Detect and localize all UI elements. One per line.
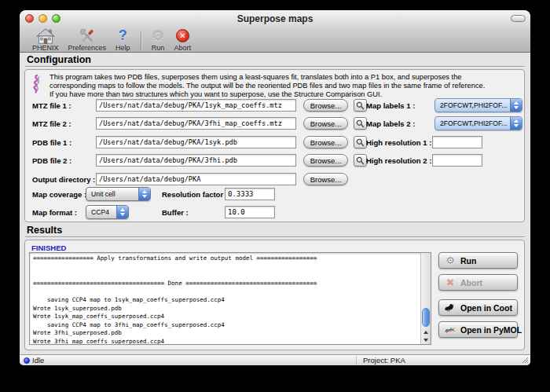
mtz-file-1-input[interactable] bbox=[96, 99, 296, 112]
high-resolution-2-input[interactable] bbox=[432, 154, 482, 167]
pdb-file-1-row: PDB file 1 : Browse... High resolution 1… bbox=[25, 136, 524, 149]
search-icon bbox=[356, 138, 365, 147]
dropdown-value: 2FOFCWT,PHI2FOF... bbox=[435, 119, 510, 127]
pymol-scribble-icon bbox=[444, 324, 456, 335]
status-badge: FINISHED bbox=[31, 244, 66, 252]
abort-x-icon: ✖ bbox=[444, 277, 456, 288]
map-format-dropdown[interactable]: CCP4 bbox=[86, 205, 129, 219]
map-coverage-row: Map coverage : Unit cell Resolution fact… bbox=[25, 188, 524, 201]
superpose-maps-window: Superpose maps PHENIX bbox=[20, 10, 530, 365]
title-bar[interactable]: Superpose maps bbox=[20, 10, 530, 27]
search-icon bbox=[356, 101, 365, 110]
toolbar-separator bbox=[141, 31, 141, 51]
log-console: ================= Apply transformations … bbox=[29, 252, 431, 345]
pdb-file-1-input[interactable] bbox=[96, 136, 296, 148]
resize-grip[interactable] bbox=[522, 357, 529, 364]
mtz-file-2-row: MTZ file 2 : Browse... Map labels 2 : 2F… bbox=[25, 117, 524, 130]
toolbar-help-button[interactable]: ? Help bbox=[111, 27, 135, 53]
field-label: Map labels 1 : bbox=[366, 101, 415, 110]
toolbar-toggle-button[interactable] bbox=[511, 15, 526, 22]
field-label: Buffer : bbox=[162, 208, 189, 217]
status-led-icon bbox=[24, 357, 30, 364]
toolbar-preferences-button[interactable]: Preferences bbox=[64, 27, 112, 53]
browse-button[interactable]: Browse... bbox=[303, 154, 348, 167]
field-label: PDB file 2 : bbox=[32, 156, 72, 165]
map-labels-2-dropdown[interactable]: 2FOFCWT,PHI2FOF... bbox=[434, 116, 522, 130]
popup-stepper-icon bbox=[510, 99, 522, 112]
field-label: Output directory : bbox=[32, 175, 95, 184]
toolbar-item-label: Preferences bbox=[68, 44, 107, 53]
output-directory-row: Output directory : Browse... bbox=[25, 173, 524, 186]
abort-button: ✖ Abort bbox=[438, 274, 518, 291]
dropdown-value: CCP4 bbox=[86, 208, 116, 216]
popup-stepper-icon bbox=[510, 117, 522, 130]
browse-button[interactable]: Browse... bbox=[303, 99, 348, 112]
output-directory-input[interactable] bbox=[96, 173, 296, 185]
scrollbar-thumb[interactable] bbox=[422, 308, 430, 327]
toolbar-item-label: PHENIX bbox=[32, 44, 59, 53]
console-scrollbar[interactable] bbox=[420, 253, 431, 344]
scroll-up-button[interactable] bbox=[421, 328, 431, 336]
main-content: Configuration This program takes two PDB… bbox=[20, 53, 530, 354]
map-labels-1-dropdown[interactable]: 2FOFCWT,PHI2FOF... bbox=[434, 98, 522, 112]
toolbar-abort-button[interactable]: ✕ Abort bbox=[170, 27, 196, 53]
toolbar-item-label: Help bbox=[116, 44, 130, 53]
inspect-file-button[interactable] bbox=[354, 117, 367, 130]
browse-button[interactable]: Browse... bbox=[303, 117, 348, 130]
inspect-file-button[interactable] bbox=[354, 99, 367, 112]
program-description: This program takes two PDB files, superp… bbox=[50, 73, 519, 99]
field-label: Resolution factor : bbox=[162, 190, 228, 199]
popup-stepper-icon bbox=[138, 188, 150, 200]
field-label: Map labels 2 : bbox=[366, 119, 415, 128]
mtz-file-2-input[interactable] bbox=[96, 117, 296, 130]
section-divider bbox=[25, 66, 525, 67]
field-label: High resolution 2 : bbox=[366, 156, 431, 165]
configuration-heading: Configuration bbox=[27, 54, 91, 65]
status-text: Idle bbox=[32, 356, 44, 365]
project-label: Project: PKA bbox=[363, 356, 405, 365]
scrollbar-arrows bbox=[421, 328, 431, 344]
button-label: Abort bbox=[460, 278, 482, 288]
log-output[interactable]: ================= Apply transformations … bbox=[30, 253, 420, 344]
inspect-file-button[interactable] bbox=[354, 136, 367, 148]
configuration-panel: This program takes two PDB files, superp… bbox=[24, 69, 525, 222]
dropdown-value: 2FOFCWT,PHI2FOF... bbox=[435, 101, 510, 109]
results-panel: FINISHED ================= Apply transfo… bbox=[24, 240, 525, 350]
scroll-down-button[interactable] bbox=[421, 336, 431, 344]
toolbar-phenix-button[interactable]: PHENIX bbox=[28, 27, 64, 53]
popup-stepper-icon bbox=[116, 206, 128, 218]
toolbar: PHENIX Preferences bbox=[20, 27, 196, 53]
help-question-icon: ? bbox=[119, 27, 127, 44]
coot-bird-icon bbox=[444, 302, 456, 313]
status-bar: Idle Project: PKA bbox=[20, 354, 530, 365]
field-label: Map format : bbox=[32, 208, 77, 217]
run-button[interactable]: ⚙ Run bbox=[438, 252, 518, 269]
pdb-file-2-input[interactable] bbox=[96, 154, 296, 167]
field-label: MTZ file 1 : bbox=[32, 101, 72, 110]
preferences-tools-icon bbox=[78, 27, 97, 44]
toolbar-item-label: Run bbox=[152, 44, 165, 53]
program-ribbon-icon bbox=[30, 74, 43, 97]
toolbar-item-label: Abort bbox=[174, 44, 192, 53]
buffer-input[interactable] bbox=[225, 206, 275, 218]
open-in-coot-button[interactable]: Open in Coot bbox=[438, 299, 518, 316]
map-format-row: Map format : CCP4 Buffer : bbox=[25, 206, 524, 219]
section-divider bbox=[25, 236, 525, 237]
window-header: Superpose maps PHENIX bbox=[20, 10, 530, 53]
window-title: Superpose maps bbox=[20, 13, 530, 24]
run-gear-icon: ⚙ bbox=[444, 255, 456, 266]
resolution-factor-input[interactable] bbox=[225, 188, 275, 200]
map-coverage-dropdown[interactable]: Unit cell bbox=[86, 187, 151, 201]
status-divider bbox=[356, 356, 357, 365]
button-label: Run bbox=[460, 256, 476, 266]
phenix-home-icon bbox=[36, 27, 55, 44]
high-resolution-1-input[interactable] bbox=[432, 136, 482, 148]
toolbar-run-button[interactable]: ⚙ Run bbox=[147, 27, 170, 53]
browse-button[interactable]: Browse... bbox=[303, 136, 348, 148]
search-icon bbox=[356, 156, 365, 165]
field-label: Map coverage : bbox=[32, 190, 86, 199]
dropdown-value: Unit cell bbox=[86, 190, 138, 198]
inspect-file-button[interactable] bbox=[354, 154, 367, 167]
open-in-pymol-button[interactable]: Open in PyMOL bbox=[438, 321, 518, 338]
browse-button[interactable]: Browse... bbox=[303, 173, 348, 185]
